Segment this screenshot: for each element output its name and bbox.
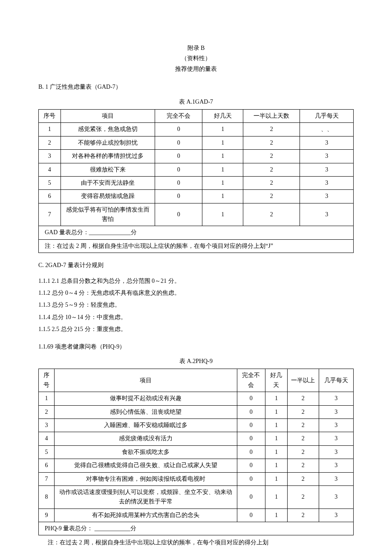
phq-table-caption: 表 A.2PHQ-9 [38, 357, 354, 366]
phq-cell-score: 0 [237, 509, 265, 522]
phq-header-item: 项目 [54, 369, 237, 392]
phq-cell-score: 0 [237, 485, 265, 509]
phq-cell-score: 3 [319, 392, 353, 405]
phq-cell-score: 2 [287, 432, 319, 445]
phq-row: 8动作或说话速度缓慢到别人可以觉察，或烦躁、坐立不安、动来动去的情况更胜于平常0… [39, 485, 354, 509]
phq-cell-score: 2 [287, 392, 319, 405]
gad-cell-score: 2 [243, 136, 300, 149]
phq-row: 5食欲不振或吃太多0123 [39, 445, 354, 459]
rule-line: 1.1.4 总分 10～14 分：中度焦虑。 [38, 313, 354, 322]
phq-cell-score: 0 [237, 418, 265, 432]
phq-cell-item: 做事时提不起劲或没有兴趣 [54, 392, 237, 405]
gad-cell-item: 由于不安而无法静坐 [61, 176, 155, 189]
gad-cell-item: 变得容易烦恼或急躁 [61, 190, 155, 203]
gad-cell-score: 0 [155, 136, 202, 149]
phq-cell-item: 有不如死掉或用某种方式伤害自己的念头 [54, 509, 237, 522]
gad-cell-score: 2 [243, 203, 300, 226]
phq-table: 序号 项目 完全不会 好几天 一半以上 几乎每天 1做事时提不起劲或没有兴趣01… [38, 369, 354, 535]
gad-cell-item: 感觉紧张，焦急或急切 [61, 123, 155, 136]
gad-cell-score: 0 [155, 203, 202, 226]
phq-cell-score: 1 [265, 445, 288, 459]
gad-row: 5由于不安而无法静坐0123 [39, 176, 354, 189]
phq-cell-score: 0 [237, 432, 265, 445]
phq-cell-score: 3 [319, 405, 353, 418]
phq-header-never: 完全不会 [237, 369, 265, 392]
phq-cell-item: 对事物专注有困难，例如阅读报纸或看电视时 [54, 472, 237, 485]
gad-row: 3对各种各样的事情担忧过多0123 [39, 150, 354, 163]
gad-note-row: 注：在过去 2 周，根据自身生活中出现以上症状的频率，在每个项目对应的得分上划“… [39, 239, 354, 253]
gad-cell-item: 感觉似乎将有可怕的事情发生而害怕 [61, 203, 155, 226]
gad-cell-score: 0 [155, 163, 202, 176]
gad-cell-score: 0 [155, 150, 202, 163]
gad-row: 6变得容易烦恼或急躁0123 [39, 190, 354, 203]
rule-line: 1.1.3 总分 5～9 分：轻度焦虑。 [38, 300, 354, 310]
gad-cell-score: 1 [202, 203, 243, 226]
phq-total-cell: PHQ-9 量表总分： ____________分 [39, 522, 354, 535]
rule-line: 1.1.5 2.5 总分 215 分：重度焦虑。 [38, 325, 354, 334]
gad-table-caption: 表 A.1GAD-7 [38, 97, 354, 107]
gad-header-several: 好几天 [202, 109, 243, 122]
phq-cell-index: 3 [39, 418, 55, 432]
gad-cell-index: 5 [39, 176, 61, 189]
gad-cell-score: 0 [155, 190, 202, 203]
phq-cell-score: 3 [319, 472, 353, 485]
gad-total-row: GAD 量表总分：______________分 [39, 226, 354, 239]
phq-cell-score: 2 [287, 485, 319, 509]
phq-cell-item: 觉得自己很糟或觉得自己很失败、或让自己或家人失望 [54, 459, 237, 472]
phq-header-index: 序号 [39, 369, 55, 392]
appendix-label: 附录 B [38, 44, 354, 53]
gad-cell-score: 1 [202, 163, 243, 176]
phq-cell-score: 1 [265, 485, 288, 509]
gad-cell-score: 3 [300, 203, 354, 226]
gad-cell-score: 3 [300, 190, 354, 203]
phq-cell-score: 1 [265, 392, 288, 405]
doc-title: 推荐使用的量表 [38, 64, 354, 74]
phq-cell-score: 1 [265, 472, 288, 485]
section-b-heading: B. 1 广泛性焦虑量表（GAD-7） [38, 82, 354, 92]
section-c-heading: C. 2GAD-7 量表计分规则 [38, 261, 354, 270]
phq-cell-score: 0 [237, 445, 265, 459]
phq-cell-index: 4 [39, 432, 55, 445]
phq-cell-score: 3 [319, 459, 353, 472]
phq-row: 3入睡困难、睡不安稳或睡眠过多0123 [39, 418, 354, 432]
gad-total-cell: GAD 量表总分：______________分 [39, 226, 354, 239]
gad-cell-score: 1 [202, 150, 243, 163]
phq-cell-score: 0 [237, 392, 265, 405]
section-phq-heading: 1.1.69 项患者健康问卷（PHQ-9） [38, 342, 354, 352]
gad-cell-index: 7 [39, 203, 61, 226]
phq-cell-score: 1 [265, 509, 288, 522]
gad-cell-score: 、、 [300, 123, 354, 136]
phq-cell-index: 2 [39, 405, 55, 418]
gad-row: 7感觉似乎将有可怕的事情发生而害怕0123 [39, 203, 354, 226]
gad-row: 2不能够停止或控制担忧0123 [39, 136, 354, 149]
phq-cell-index: 8 [39, 485, 55, 509]
phq-cell-score: 0 [237, 472, 265, 485]
rule-line: 1.1.2 总分 0～4 分：无焦虑或不具有临床意义的焦虑。 [38, 288, 354, 298]
gad-cell-score: 3 [300, 136, 354, 149]
gad-cell-score: 1 [202, 123, 243, 136]
phq-cell-index: 5 [39, 445, 55, 459]
phq-cell-score: 2 [287, 445, 319, 459]
gad-cell-score: 2 [243, 190, 300, 203]
gad-header-half: 一半以上天数 [243, 109, 300, 122]
phq-row: 9有不如死掉或用某种方式伤害自己的念头0123 [39, 509, 354, 522]
phq-cell-score: 1 [265, 459, 288, 472]
phq-cell-item: 感到心情低落、沮丧或绝望 [54, 405, 237, 418]
gad-cell-index: 6 [39, 190, 61, 203]
phq-cell-index: 7 [39, 472, 55, 485]
document-header: 附录 B （资料性） 推荐使用的量表 [38, 44, 354, 74]
phq-cell-item: 动作或说话速度缓慢到别人可以觉察，或烦躁、坐立不安、动来动去的情况更胜于平常 [54, 485, 237, 509]
scoring-rules: 1.1.1 2.1 总条目分数之和为总分，总分范围 0～21 分。 1.1.2 … [38, 276, 354, 334]
gad-cell-score: 2 [243, 163, 300, 176]
gad-cell-score: 2 [243, 123, 300, 136]
phq-cell-score: 1 [265, 432, 288, 445]
gad-cell-score: 1 [202, 176, 243, 189]
phq-cell-score: 2 [287, 472, 319, 485]
gad-cell-index: 3 [39, 150, 61, 163]
phq-row: 7对事物专注有困难，例如阅读报纸或看电视时0123 [39, 472, 354, 485]
gad-cell-item: 很难放松下来 [61, 163, 155, 176]
phq-header-half: 一半以上 [287, 369, 319, 392]
gad-header-item: 项目 [61, 109, 155, 122]
phq-cell-score: 2 [287, 459, 319, 472]
phq-cell-score: 2 [287, 405, 319, 418]
